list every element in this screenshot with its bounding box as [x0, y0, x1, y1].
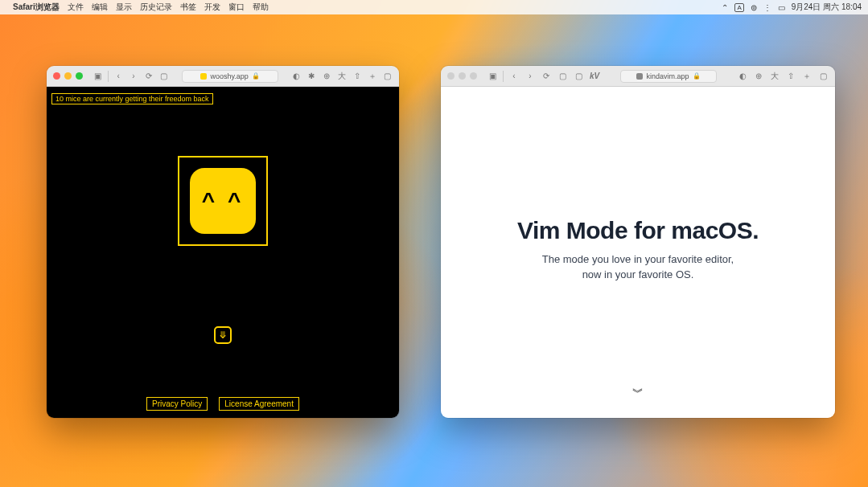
status-datetime[interactable]: 9月24日 周六 18:04 [792, 2, 862, 13]
scroll-down-icon[interactable]: ⤋ [214, 326, 232, 344]
sidebar-toggle-icon[interactable]: ▣ [487, 71, 498, 82]
safari-toolbar: ▣ ‹ › ⟳ ▢ ▢ kV kindavim.app 🔒 ◐ ⊕ 大 ⇧ ＋ … [441, 66, 835, 87]
nav-back-icon[interactable]: ‹ [508, 71, 520, 82]
license-agreement-link[interactable]: License Agreement [219, 397, 299, 411]
address-text: kindavim.app [646, 72, 689, 80]
favicon-icon [200, 73, 207, 80]
nav-back-icon[interactable]: ‹ [113, 71, 124, 82]
menubar-item-help[interactable]: 帮助 [253, 2, 269, 13]
shield-icon[interactable]: ◐ [291, 71, 302, 82]
wooshy-page: 10 mice are currently getting their free… [47, 87, 399, 418]
window-close-button[interactable] [53, 72, 60, 80]
address-text: wooshy.app [210, 72, 248, 80]
reader-icon[interactable]: 大 [337, 71, 348, 82]
extension-icon[interactable]: ✱ [306, 71, 317, 82]
status-signal-icon[interactable]: ⋮ [763, 3, 771, 12]
menubar-item-bookmarks[interactable]: 书签 [180, 2, 196, 13]
scroll-down-chevron-icon[interactable]: ︾ [632, 386, 644, 400]
window-minimize-button[interactable] [459, 72, 466, 80]
safari-toolbar: ▣ ‹ › ⟳ ▢ wooshy.app 🔒 ◐ ✱ ⊕ 大 ⇧ ＋ ▢ [47, 66, 399, 87]
subtitle-line-1: The mode you love in your favorite edito… [542, 253, 734, 265]
macos-menubar: Safari浏览器 文件 编辑 显示 历史记录 书签 开发 窗口 帮助 ⌃ A … [0, 0, 868, 14]
menubar-item-window[interactable]: 窗口 [228, 2, 245, 13]
favicon-icon [636, 73, 643, 80]
address-bar[interactable]: wooshy.app 🔒 [182, 70, 278, 83]
page-headline: Vim Mode for macOS. [517, 217, 759, 244]
app-tab-icon-1[interactable]: ▢ [557, 71, 568, 82]
status-shortcut-icon[interactable]: ⌃ [722, 3, 728, 12]
toolbar-separator [503, 71, 504, 82]
tabs-overview-icon[interactable]: ▢ [382, 71, 393, 82]
safari-window-wooshy: ▣ ‹ › ⟳ ▢ wooshy.app 🔒 ◐ ✱ ⊕ 大 ⇧ ＋ ▢ 10 … [47, 66, 399, 418]
nav-forward-icon[interactable]: › [129, 71, 139, 82]
sidebar-toggle-icon[interactable]: ▣ [93, 71, 103, 82]
privacy-policy-link[interactable]: Privacy Policy [146, 397, 208, 411]
reload-icon[interactable]: ⟳ [143, 71, 154, 82]
address-bar[interactable]: kindavim.app 🔒 [620, 70, 717, 83]
menubar-item-file[interactable]: 文件 [68, 2, 84, 13]
tabs-overview-icon[interactable]: ▢ [817, 71, 829, 82]
wooshy-logo-face-icon: ^ ^ [190, 168, 256, 234]
menubar-item-edit[interactable]: 编辑 [92, 2, 108, 13]
menubar-item-history[interactable]: 历史记录 [140, 2, 172, 13]
window-traffic-lights [53, 72, 83, 80]
window-maximize-button[interactable] [76, 72, 83, 80]
downloads-icon[interactable]: ⊕ [322, 71, 332, 82]
new-tab-icon[interactable]: ＋ [801, 71, 812, 82]
share-icon[interactable]: ⇧ [785, 71, 796, 82]
share-icon[interactable]: ⇧ [352, 71, 363, 82]
lock-icon: 🔒 [693, 72, 701, 80]
reader-icon[interactable]: 大 [769, 71, 780, 82]
reload-icon[interactable]: ⟳ [541, 71, 552, 82]
nav-forward-icon[interactable]: › [525, 71, 536, 82]
window-minimize-button[interactable] [64, 72, 72, 80]
subtitle-line-2: now in your favorite OS. [582, 268, 694, 280]
app-tab-kv[interactable]: kV [589, 71, 600, 82]
lock-icon: 🔒 [252, 72, 260, 80]
window-close-button[interactable] [447, 72, 455, 80]
wooshy-logo[interactable]: ^ ^ [178, 156, 268, 246]
status-wifi-icon[interactable]: ⊚ [751, 3, 757, 12]
window-traffic-lights-inactive [447, 72, 477, 80]
menubar-app-name[interactable]: Safari浏览器 [13, 2, 60, 13]
menubar-item-develop[interactable]: 开发 [204, 2, 220, 13]
window-maximize-button[interactable] [470, 72, 477, 80]
downloads-icon[interactable]: ⊕ [753, 71, 764, 82]
footer-links: Privacy Policy License Agreement [47, 397, 399, 411]
page-subtitle: The mode you love in your favorite edito… [542, 252, 734, 283]
safari-window-kindavim: ▣ ‹ › ⟳ ▢ ▢ kV kindavim.app 🔒 ◐ ⊕ 大 ⇧ ＋ … [441, 66, 835, 418]
app-tab-icon[interactable]: ▢ [158, 71, 169, 82]
kindavim-page: Vim Mode for macOS. The mode you love in… [441, 87, 835, 418]
status-input-source[interactable]: A [734, 3, 743, 12]
app-tab-icon-2[interactable]: ▢ [573, 71, 584, 82]
toolbar-separator [108, 71, 109, 82]
new-tab-icon[interactable]: ＋ [367, 71, 377, 82]
shield-icon[interactable]: ◐ [737, 71, 748, 82]
menubar-item-view[interactable]: 显示 [116, 2, 132, 13]
status-battery-icon[interactable]: ▭ [778, 3, 785, 12]
